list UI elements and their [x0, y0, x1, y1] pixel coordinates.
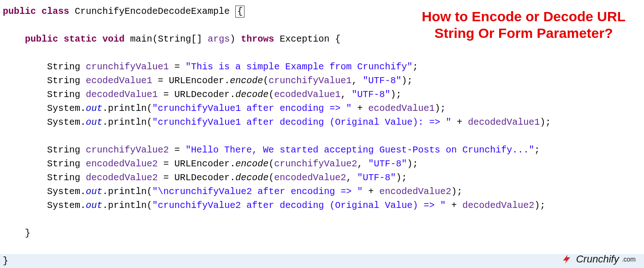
rp: ) — [396, 172, 401, 183]
eq: = — [152, 75, 169, 86]
rp: ) — [401, 75, 407, 86]
var-encodedValue2: encodedValue2 — [274, 172, 346, 183]
plus: + — [446, 200, 462, 211]
rp: ) — [390, 89, 396, 100]
rp: ) — [451, 186, 457, 197]
var-encodedValue2: encodedValue2 — [379, 186, 451, 197]
lp: ( — [147, 103, 152, 114]
eq: = — [158, 158, 174, 169]
dot: . — [102, 103, 108, 114]
dot: . — [80, 186, 86, 197]
type-string: String — [47, 145, 80, 155]
rp: ) — [540, 117, 545, 128]
lp: ( — [147, 200, 152, 211]
out: out — [86, 103, 102, 114]
eq: = — [169, 145, 185, 155]
title: How to Encode or Decode URL String Or Fo… — [422, 8, 626, 42]
plus: + — [451, 117, 468, 128]
urlencoder: URLEncoder — [174, 158, 230, 169]
lp: ( — [268, 89, 274, 100]
semi: ; — [401, 172, 407, 183]
var-decodedValue1: decodedValue1 — [86, 89, 158, 100]
kw-static: static — [64, 34, 97, 44]
dot: . — [230, 172, 235, 183]
kw-public: public — [3, 6, 36, 17]
main: main — [130, 34, 152, 44]
semi: ; — [396, 89, 401, 100]
crunchify-icon — [561, 253, 573, 266]
type-string: String — [47, 75, 80, 86]
str-p2: "crunchifyValue1 after decoding (Origina… — [152, 117, 451, 128]
system: System — [47, 117, 80, 128]
kw-class: class — [42, 6, 69, 17]
comma: , — [340, 89, 352, 100]
str-utf8: "UTF-8" — [352, 89, 390, 100]
str-p3: "\ncrunchifyValue2 after encoding => " — [152, 186, 363, 197]
var-ecodedValue1: ecodedValue1 — [274, 89, 340, 100]
str-utf8: "UTF-8" — [357, 172, 396, 183]
system: System — [47, 200, 80, 211]
decode: decode — [235, 172, 268, 183]
system: System — [47, 103, 80, 114]
println: println — [108, 103, 147, 114]
dot: . — [102, 186, 108, 197]
obrace: { — [335, 34, 340, 44]
highlighted-line: } — [0, 254, 644, 268]
semi: ; — [412, 158, 418, 169]
kw-void: void — [102, 34, 125, 44]
lp: ( — [147, 186, 152, 197]
title-line2: String Or Form Parameter? — [435, 25, 613, 41]
str-val2: "Hello There, We started accepting Guest… — [185, 145, 534, 155]
urlencoder: URLEncoder — [169, 75, 224, 86]
semi: ; — [457, 186, 462, 197]
dot: . — [80, 103, 86, 114]
class-name: CrunchifyEncodeDecodeExample — [75, 6, 230, 17]
exception: Exception — [280, 34, 329, 44]
str-val1: "This is a simple Example from Crunchify… — [185, 61, 412, 72]
system: System — [47, 186, 80, 197]
type-string: String — [47, 89, 80, 100]
encode: encode — [230, 75, 263, 86]
dot: . — [230, 89, 235, 100]
title-line1: How to Encode or Decode URL — [422, 9, 626, 24]
comma: , — [352, 75, 363, 86]
var-decodedValue1: decodedValue1 — [468, 117, 540, 128]
logo-text: Crunchify — [576, 252, 619, 266]
lp: ( — [263, 75, 268, 86]
class-close-brace: } — [3, 256, 8, 266]
var-decodedValue2: decodedValue2 — [462, 200, 534, 211]
semi: ; — [545, 117, 551, 128]
println: println — [108, 200, 147, 211]
dot: . — [224, 75, 230, 86]
str-utf8: "UTF-8" — [368, 158, 407, 169]
out: out — [86, 186, 102, 197]
lp: ( — [268, 158, 274, 169]
kw-public: public — [25, 34, 58, 44]
var-decodedValue2: decodedValue2 — [86, 172, 158, 183]
semi: ; — [440, 103, 446, 114]
type-string: String — [47, 172, 80, 183]
dot: . — [230, 158, 235, 169]
args: args — [208, 34, 230, 44]
var-crunchifyValue1: crunchifyValue1 — [268, 75, 352, 86]
urldecoder: URLDecoder — [174, 89, 230, 100]
decode: decode — [235, 89, 268, 100]
var-crunchifyValue1: crunchifyValue1 — [86, 61, 169, 72]
str-p1: "crunchifyValue1 after encoding => " — [152, 103, 352, 114]
var-crunchifyValue2: crunchifyValue2 — [86, 145, 169, 155]
comma: , — [357, 158, 368, 169]
dot: . — [102, 117, 108, 128]
type-string: String — [47, 158, 80, 169]
var-ecodedValue1: ecodedValue1 — [368, 103, 435, 114]
eq: = — [158, 89, 174, 100]
println: println — [108, 117, 147, 128]
var-encodedValue2: encodedValue2 — [86, 158, 158, 169]
crunchify-logo: Crunchify.com — [561, 252, 636, 266]
rp: ) — [407, 158, 412, 169]
rp: ) — [435, 103, 440, 114]
dot: . — [80, 117, 86, 128]
encode: encode — [235, 158, 268, 169]
kw-throws: throws — [241, 34, 274, 44]
plus: + — [352, 103, 368, 114]
out: out — [86, 117, 102, 128]
